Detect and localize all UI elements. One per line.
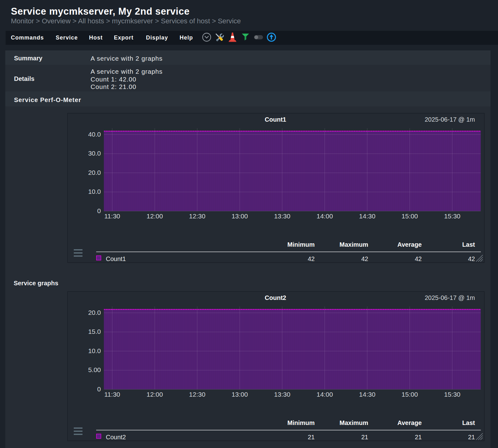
svg-text:21: 21 bbox=[308, 434, 315, 441]
svg-text:42: 42 bbox=[308, 255, 315, 262]
svg-text:14:00: 14:00 bbox=[317, 391, 333, 398]
svg-text:40.0: 40.0 bbox=[88, 131, 101, 138]
svg-text:20.0: 20.0 bbox=[88, 309, 101, 316]
svg-text:Count2: Count2 bbox=[265, 294, 286, 301]
svg-text:15:00: 15:00 bbox=[402, 391, 418, 398]
svg-text:Count2: Count2 bbox=[106, 434, 126, 441]
svg-text:Last: Last bbox=[462, 241, 475, 248]
svg-text:12:00: 12:00 bbox=[147, 391, 163, 398]
svg-text:14:00: 14:00 bbox=[317, 212, 333, 220]
svg-text:14:30: 14:30 bbox=[359, 212, 376, 220]
svg-text:42: 42 bbox=[468, 255, 475, 262]
svg-text:Last: Last bbox=[462, 419, 475, 426]
svg-text:15:30: 15:30 bbox=[444, 212, 461, 220]
svg-text:15:00: 15:00 bbox=[402, 212, 418, 220]
svg-text:Average: Average bbox=[397, 419, 422, 426]
svg-text:Count1: Count1 bbox=[265, 116, 286, 123]
svg-text:Minimum: Minimum bbox=[287, 419, 315, 426]
svg-text:13:00: 13:00 bbox=[232, 391, 248, 398]
svg-text:10.0: 10.0 bbox=[88, 188, 101, 195]
svg-text:Count1: Count1 bbox=[106, 255, 126, 262]
svg-text:30.0: 30.0 bbox=[88, 150, 101, 157]
svg-text:12:30: 12:30 bbox=[189, 212, 205, 220]
svg-text:13:30: 13:30 bbox=[274, 391, 290, 398]
svg-text:15.0: 15.0 bbox=[88, 328, 101, 335]
svg-text:13:30: 13:30 bbox=[274, 212, 290, 220]
svg-text:0: 0 bbox=[97, 385, 101, 393]
svg-text:12:00: 12:00 bbox=[147, 212, 163, 220]
svg-text:Minimum: Minimum bbox=[287, 241, 315, 248]
svg-text:20.0: 20.0 bbox=[88, 169, 101, 176]
svg-text:14:30: 14:30 bbox=[359, 391, 376, 398]
svg-text:Maximum: Maximum bbox=[340, 419, 368, 426]
svg-text:42: 42 bbox=[361, 255, 368, 262]
svg-text:2025-06-17 @ 1m: 2025-06-17 @ 1m bbox=[425, 116, 475, 123]
svg-text:15:30: 15:30 bbox=[444, 391, 461, 398]
svg-text:11:30: 11:30 bbox=[104, 212, 120, 220]
svg-text:0: 0 bbox=[97, 207, 101, 214]
svg-text:11:30: 11:30 bbox=[104, 391, 120, 398]
svg-text:2025-06-17 @ 1m: 2025-06-17 @ 1m bbox=[425, 294, 475, 301]
svg-text:21: 21 bbox=[415, 434, 422, 441]
svg-text:21: 21 bbox=[361, 434, 368, 441]
svg-text:13:00: 13:00 bbox=[232, 212, 248, 220]
svg-text:5.00: 5.00 bbox=[88, 366, 101, 373]
svg-text:42: 42 bbox=[415, 255, 422, 262]
svg-text:10.0: 10.0 bbox=[88, 347, 101, 354]
svg-text:Maximum: Maximum bbox=[340, 241, 368, 248]
svg-text:21: 21 bbox=[468, 434, 475, 441]
svg-text:Average: Average bbox=[397, 241, 422, 248]
svg-text:12:30: 12:30 bbox=[189, 391, 205, 398]
